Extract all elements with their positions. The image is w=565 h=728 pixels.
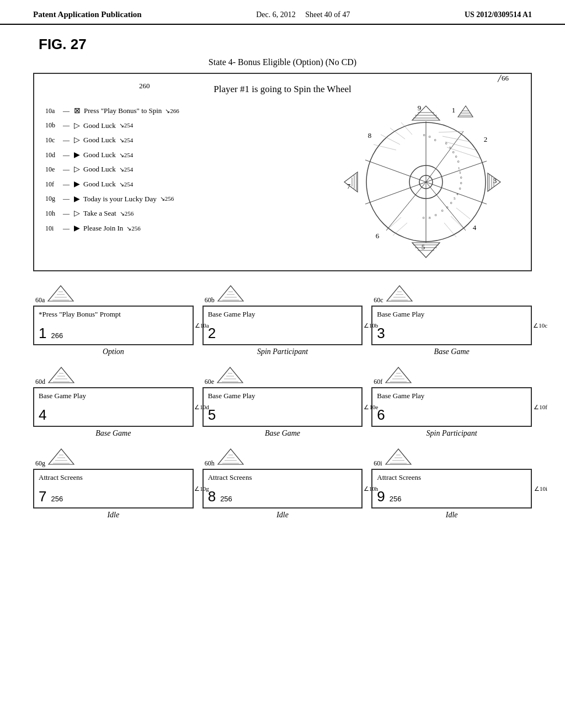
header-left: Patent Application Publication	[33, 10, 142, 19]
state-ref-label: 60a	[35, 296, 45, 304]
state-box-text: Attract Screens	[377, 473, 526, 487]
svg-text:6: 6	[376, 232, 380, 240]
svg-text:5: 5	[449, 146, 451, 150]
svg-text:0: 0	[441, 208, 444, 213]
state-cell-top: 60e	[202, 366, 244, 386]
state-cell: 60e Base Game Play5∠10eBase Game	[202, 366, 363, 438]
state-triangle	[47, 448, 75, 465]
state-box: Base Game Play2∠10b	[202, 306, 363, 345]
svg-line-67	[451, 216, 466, 231]
state-box-number: 9256	[377, 488, 401, 505]
svg-text:1: 1	[458, 166, 460, 170]
state-triangle	[217, 448, 244, 465]
state-cell-top: 60h	[202, 448, 244, 468]
state-label-italic: Spin Participant	[202, 347, 363, 356]
state-triangle	[216, 366, 244, 384]
state-box: Base Game Play6∠10f	[371, 387, 532, 427]
state-sub-ref: 256	[390, 495, 402, 503]
states-grid: 60a *Press "Play Bonus" Prompt1266∠10aOp…	[33, 285, 532, 520]
state-cell: 60d Base Game Play4∠10dBase Game	[33, 366, 194, 438]
state-sub-ref: 256	[51, 495, 63, 503]
box-right-notch: ∠10i	[534, 485, 547, 493]
state-box-number: 1266	[39, 325, 63, 342]
wli-text: Today is your Lucky Day	[83, 192, 157, 206]
wheel-list-item: 10i—▶Please Join In↘256	[45, 221, 327, 236]
svg-text:0: 0	[450, 201, 452, 205]
state-box: Base Game Play3∠10c	[371, 306, 532, 345]
state-cell: 60f Base Game Play6∠10fSpin Participant	[371, 366, 532, 438]
state-label-italic: Option	[33, 347, 194, 356]
state-label-italic: Spin Participant	[371, 429, 532, 438]
wli-id: 10b	[45, 119, 61, 132]
state-label-italic: Base Game	[371, 347, 532, 356]
svg-marker-115	[386, 449, 411, 464]
state-cell-top: 60c	[371, 285, 413, 304]
svg-line-70	[386, 217, 401, 231]
state-cell-top: 60i	[371, 448, 412, 468]
svg-text:0: 0	[446, 205, 449, 210]
wli-text: Good Luck	[83, 163, 116, 176]
wheel-list-item: 10d—▶Good Luck↘254	[45, 148, 327, 163]
state-box-text: Base Game Play	[377, 310, 526, 324]
state-cell: 60c Base Game Play3∠10cBase Game	[371, 285, 532, 356]
states-row: 60d Base Game Play4∠10dBase Game 60e	[33, 366, 532, 438]
state-box-text: Base Game Play	[208, 310, 358, 324]
wli-id: 10e	[45, 163, 61, 176]
wli-text: Please Join In	[83, 222, 123, 235]
wli-text: Press "Play Bonus" to Spin	[84, 104, 162, 118]
state-sub-ref: 266	[51, 331, 63, 340]
state-box-number: 2	[208, 325, 216, 342]
state-cell-top: 60d	[33, 366, 75, 386]
wli-ref: ↘254	[119, 135, 134, 146]
wli-arrow: ▷	[74, 133, 80, 148]
wli-text: Good Luck	[83, 119, 116, 133]
svg-line-14	[426, 161, 487, 182]
wli-arrow: ▷	[74, 206, 80, 221]
state-cell-top: 60b	[202, 285, 244, 304]
state-ref-label: 60g	[35, 459, 45, 467]
wli-text: Good Luck	[83, 148, 116, 162]
svg-text:0: 0	[460, 175, 462, 180]
svg-text:0: 0	[423, 133, 425, 137]
wheel-list-item: 10b—▷Good Luck↘254	[45, 119, 327, 133]
svg-marker-105	[49, 449, 74, 464]
state-cell: 60g Attract Screens7256∠10gIdle	[33, 448, 194, 520]
state-ref-label: 60c	[374, 296, 383, 304]
wli-arrow: ▶	[74, 148, 80, 163]
wli-id: 10i	[45, 222, 61, 235]
state-cell: 60b Base Game Play2∠10bSpin Participant	[202, 285, 363, 356]
wli-arrow: ▶	[74, 192, 80, 207]
state-box: Base Game Play5∠10e	[202, 387, 363, 427]
wli-text: Good Luck	[83, 133, 116, 147]
wli-id: 10a	[45, 105, 61, 117]
state-label-italic: Idle	[202, 511, 363, 520]
wli-ref: ↘256	[160, 193, 174, 205]
svg-marker-80	[218, 286, 243, 301]
wli-ref: ↘254	[119, 120, 134, 131]
state-box-text: Base Game Play	[39, 392, 188, 405]
wli-id: 10c	[45, 134, 61, 147]
state-cell: 60h Attract Screens8256∠10hIdle	[202, 448, 363, 520]
states-row: 60g Attract Screens7256∠10gIdle 60h	[33, 448, 532, 520]
svg-text:0: 0	[457, 159, 460, 164]
state-box-number: 8256	[208, 488, 232, 505]
svg-marker-85	[387, 286, 412, 301]
svg-text:5: 5	[454, 196, 456, 201]
svg-text:4: 4	[473, 223, 477, 232]
svg-marker-110	[218, 449, 243, 464]
box-right-label: 10f	[539, 404, 547, 410]
wli-ref: ↘254	[119, 179, 134, 190]
wli-arrow: ⊠	[74, 104, 81, 119]
wli-ref: ↘256	[120, 208, 134, 220]
state-box: Attract Screens8256∠10h	[202, 469, 363, 508]
svg-text:0: 0	[460, 181, 462, 185]
wheel-list-item: 10a—⊠Press "Play Bonus" to Spin↘266	[45, 104, 327, 119]
svg-marker-75	[48, 286, 73, 301]
wheel-svg-area: 9 1 2 3 4 5 6 7 8	[338, 100, 525, 263]
page-header: Patent Application Publication Dec. 6, 2…	[0, 0, 565, 25]
wheel-list-item: 10c—▷Good Luck↘254	[45, 133, 327, 148]
state-ref-label: 60d	[35, 378, 45, 386]
svg-text:5: 5	[422, 243, 425, 251]
header-right: US 2012/0309514 A1	[465, 10, 532, 19]
state-cell: 60a *Press "Play Bonus" Prompt1266∠10aOp…	[33, 285, 194, 356]
